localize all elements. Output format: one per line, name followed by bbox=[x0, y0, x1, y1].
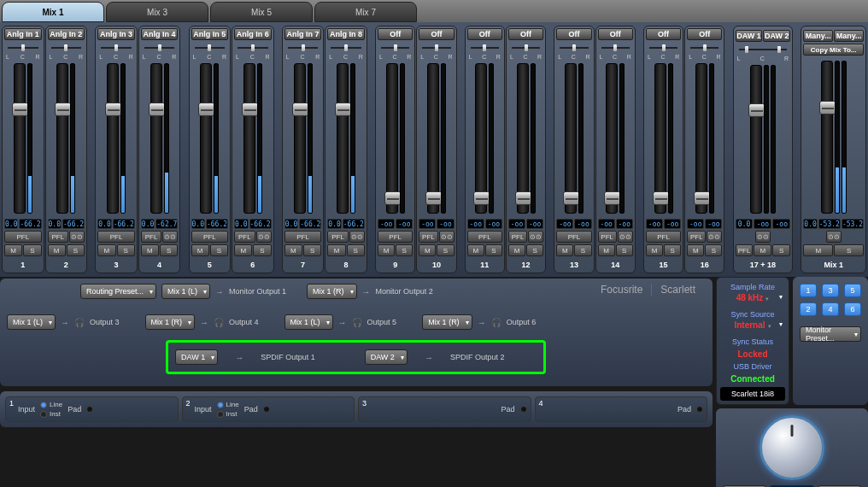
mute-button[interactable]: M bbox=[646, 244, 663, 256]
solo-button[interactable]: S bbox=[67, 244, 85, 256]
monitor-select-4[interactable]: 4 bbox=[822, 302, 839, 316]
pan-slider[interactable] bbox=[378, 44, 413, 52]
mute-button[interactable]: M bbox=[508, 244, 525, 256]
fader[interactable] bbox=[565, 63, 577, 214]
monitor-select-2[interactable]: 2 bbox=[800, 302, 817, 316]
pad-button[interactable] bbox=[86, 406, 93, 413]
channel-input-select[interactable]: Anlg In 2 bbox=[48, 28, 85, 40]
mute-button[interactable]: M bbox=[191, 244, 209, 256]
fader[interactable] bbox=[337, 63, 349, 214]
pan-slider[interactable] bbox=[234, 44, 272, 52]
mute-button[interactable]: M bbox=[141, 244, 159, 256]
solo-button[interactable]: S bbox=[485, 244, 502, 256]
fader[interactable] bbox=[107, 63, 119, 214]
pan-slider[interactable] bbox=[327, 44, 365, 52]
fader[interactable] bbox=[150, 63, 162, 214]
stereo-link-button[interactable]: ⊙⊙ bbox=[69, 231, 85, 243]
fader[interactable] bbox=[200, 63, 212, 214]
inst-radio[interactable]: Inst bbox=[217, 410, 239, 418]
monitor-select-6[interactable]: 6 bbox=[844, 302, 861, 316]
pan-slider[interactable] bbox=[284, 44, 322, 52]
pan-slider[interactable] bbox=[141, 44, 179, 52]
pfl-button[interactable]: PFL bbox=[508, 231, 527, 243]
master-output-select[interactable]: Many... bbox=[803, 30, 833, 42]
channel-input-select[interactable]: Anlg In 8 bbox=[327, 28, 365, 40]
fader-cap[interactable] bbox=[12, 103, 29, 116]
solo-button[interactable]: S bbox=[160, 244, 178, 256]
channel-input-select[interactable]: Anlg In 6 bbox=[234, 28, 272, 40]
routing-source-dropdown[interactable]: DAW 1 bbox=[175, 349, 218, 365]
pfl-button[interactable]: PFL bbox=[419, 231, 437, 243]
pfl-button[interactable]: PFL bbox=[4, 231, 42, 243]
pfl-button[interactable]: PFL bbox=[598, 231, 617, 243]
fader-cap[interactable] bbox=[335, 103, 352, 116]
channel-input-select[interactable]: Anlg In 1 bbox=[4, 28, 42, 40]
fader[interactable] bbox=[606, 63, 618, 214]
pfl-button[interactable]: PFL bbox=[736, 244, 754, 256]
mute-button[interactable]: M bbox=[378, 244, 395, 256]
fader-cap[interactable] bbox=[694, 191, 711, 205]
channel-input-select[interactable]: Off bbox=[419, 28, 454, 40]
mute-button[interactable]: M bbox=[467, 244, 484, 256]
status-value[interactable]: 48 kHz▾ bbox=[720, 293, 785, 308]
channel-input-select[interactable]: Anlg In 5 bbox=[191, 28, 229, 40]
fader[interactable] bbox=[475, 63, 487, 214]
solo-button[interactable]: S bbox=[834, 244, 864, 256]
routing-source-dropdown[interactable]: Mix 1 (R) bbox=[422, 314, 472, 330]
channel-input-select[interactable]: DAW 2 bbox=[763, 30, 790, 42]
pan-slider[interactable] bbox=[646, 44, 681, 52]
solo-button[interactable]: S bbox=[303, 244, 321, 256]
stereo-link-button[interactable]: ⊙⊙ bbox=[618, 231, 633, 243]
routing-source-dropdown[interactable]: Mix 1 (L) bbox=[161, 284, 210, 299]
tab-mix-7[interactable]: Mix 7 bbox=[314, 2, 417, 22]
fader-cap[interactable] bbox=[473, 191, 490, 205]
stereo-link-button[interactable]: ⊙⊙ bbox=[528, 231, 543, 243]
fader[interactable] bbox=[386, 63, 398, 214]
pfl-button[interactable]: PFL bbox=[646, 231, 681, 243]
pad-button[interactable] bbox=[520, 406, 527, 413]
line-radio[interactable]: Line bbox=[217, 401, 239, 408]
fader-cap[interactable] bbox=[149, 103, 166, 116]
solo-button[interactable]: S bbox=[772, 244, 790, 256]
fader[interactable] bbox=[294, 63, 306, 214]
line-radio[interactable]: Line bbox=[40, 401, 62, 408]
solo-button[interactable]: S bbox=[437, 244, 454, 256]
pan-slider[interactable] bbox=[508, 44, 543, 52]
inst-radio[interactable]: Inst bbox=[40, 410, 62, 418]
mute-button[interactable]: M bbox=[4, 244, 22, 256]
stereo-link-button[interactable]: ⊙⊙ bbox=[162, 231, 178, 243]
fader-cap[interactable] bbox=[515, 191, 532, 205]
stereo-link-button[interactable]: ⊙⊙ bbox=[439, 231, 455, 243]
monitor-select-1[interactable]: 1 bbox=[800, 284, 817, 297]
channel-input-select[interactable]: Anlg In 3 bbox=[97, 28, 135, 40]
status-value[interactable]: Internal▾ bbox=[720, 320, 785, 336]
stereo-link-button[interactable]: ⊙⊙ bbox=[256, 231, 272, 243]
monitor-preset-button[interactable]: Monitor Preset... bbox=[800, 326, 861, 342]
channel-input-select[interactable]: Off bbox=[467, 28, 502, 40]
fader[interactable] bbox=[517, 63, 529, 214]
pfl-button[interactable]: PFL bbox=[97, 231, 135, 243]
routing-source-dropdown[interactable]: Mix 1 (R) bbox=[145, 314, 196, 330]
fader-cap[interactable] bbox=[604, 191, 621, 205]
pfl-button[interactable]: PFL bbox=[48, 231, 69, 243]
mute-button[interactable]: M bbox=[754, 244, 771, 256]
master-fader[interactable] bbox=[821, 61, 833, 214]
stereo-link-button[interactable]: ⊙⊙ bbox=[707, 231, 722, 243]
solo-button[interactable]: S bbox=[705, 244, 722, 256]
channel-input-select[interactable]: Off bbox=[646, 28, 681, 40]
fader-cap[interactable] bbox=[55, 103, 72, 116]
solo-button[interactable]: S bbox=[210, 244, 228, 256]
fader[interactable] bbox=[14, 63, 26, 214]
mute-button[interactable]: M bbox=[598, 244, 615, 256]
pfl-button[interactable]: PFL bbox=[191, 231, 229, 243]
balance-slider[interactable] bbox=[736, 45, 791, 54]
tab-mix-1[interactable]: Mix 1 bbox=[2, 2, 104, 22]
pan-slider[interactable] bbox=[419, 44, 454, 52]
fader-cap[interactable] bbox=[425, 191, 443, 205]
channel-input-select[interactable]: Anlg In 7 bbox=[284, 28, 322, 40]
pan-slider[interactable] bbox=[191, 44, 229, 52]
monitor-select-5[interactable]: 5 bbox=[844, 284, 861, 297]
pan-slider[interactable] bbox=[48, 44, 85, 52]
pan-slider[interactable] bbox=[598, 44, 633, 52]
routing-preset-button[interactable]: Routing Preset... bbox=[80, 284, 156, 299]
